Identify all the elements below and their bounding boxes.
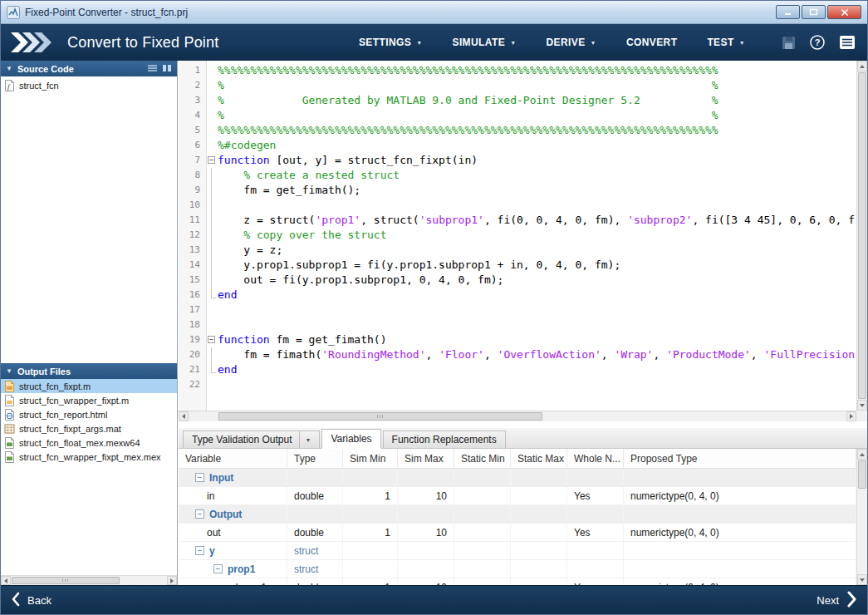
cell bbox=[567, 542, 624, 559]
table-group-row[interactable]: −prop1struct bbox=[179, 560, 856, 578]
output-file-item[interactable]: struct_fcn_report.html bbox=[1, 407, 177, 421]
minimize-button[interactable] bbox=[776, 5, 800, 19]
table-row[interactable]: subprop1double110Yesnumerictype(0, 4, 0) bbox=[179, 578, 856, 585]
scroll-down-icon[interactable] bbox=[857, 574, 867, 585]
output-file-item[interactable]: struct_fcn_float_mex.mexw64 bbox=[1, 435, 177, 450]
title-bar[interactable]: Fixed-Point Converter - struct_fcn.prj bbox=[1, 1, 867, 24]
output-file-item[interactable]: struct_fcn_fixpt.m bbox=[1, 379, 177, 393]
scroll-right-icon[interactable] bbox=[846, 411, 856, 421]
scroll-down-icon[interactable] bbox=[857, 400, 867, 411]
help-icon[interactable]: ? bbox=[809, 34, 826, 51]
menu-test[interactable]: TEST▼ bbox=[707, 37, 745, 48]
collapse-icon[interactable]: − bbox=[208, 336, 215, 343]
scroll-left-icon[interactable] bbox=[179, 411, 189, 421]
list-view-icon[interactable] bbox=[147, 64, 158, 74]
output-file-item[interactable]: struct_fcn_wrapper_fixpt.m bbox=[1, 393, 177, 407]
menu-derive[interactable]: DERIVE▼ bbox=[546, 37, 596, 48]
sidebar-h-scrollbar[interactable] bbox=[1, 575, 177, 585]
scroll-up-icon[interactable] bbox=[857, 449, 867, 460]
scroll-left-icon[interactable] bbox=[1, 576, 11, 585]
collapse-toggle-icon[interactable]: − bbox=[195, 509, 204, 519]
column-view-icon[interactable] bbox=[162, 64, 172, 74]
back-button[interactable]: Back bbox=[11, 592, 51, 609]
menu-convert[interactable]: CONVERT bbox=[626, 37, 677, 48]
collapse-toggle-icon[interactable]: − bbox=[213, 564, 223, 573]
scroll-track[interactable] bbox=[857, 71, 867, 400]
collapse-icon[interactable]: − bbox=[208, 156, 215, 164]
collapse-toggle-icon[interactable]: − bbox=[195, 546, 204, 555]
code-text[interactable]: %%%%%%%%%%%%%%%%%%%%%%%%%%%%%%%%%%%%%%%%… bbox=[218, 123, 856, 138]
table-group-row[interactable]: −ystruct bbox=[179, 542, 856, 560]
menu-icon[interactable] bbox=[839, 35, 856, 50]
tab-function-replacements[interactable]: Function Replacements bbox=[383, 430, 506, 448]
group-label: Output bbox=[209, 509, 242, 520]
column-header[interactable]: Sim Min bbox=[343, 449, 398, 468]
code-text[interactable] bbox=[218, 317, 856, 332]
column-header[interactable]: Static Min bbox=[454, 449, 511, 468]
table-group-row[interactable]: −Input bbox=[179, 469, 856, 487]
code-text[interactable]: out = fi(y.prop1.subprop1, 0, 4, 0, fm); bbox=[218, 273, 856, 288]
code-text[interactable]: % % bbox=[218, 108, 856, 123]
next-button[interactable]: Next bbox=[817, 591, 857, 610]
code-text[interactable]: % copy over the struct bbox=[218, 228, 856, 243]
tab-variables[interactable]: Variables bbox=[321, 429, 380, 449]
output-file-item[interactable]: struct_fcn_wrapper_fixpt_mex.mex bbox=[1, 450, 177, 464]
scroll-thumb[interactable] bbox=[218, 412, 542, 421]
output-files-header[interactable]: ▼ Output Files bbox=[1, 363, 177, 379]
code-text[interactable]: % create a nested struct bbox=[218, 168, 856, 183]
output-file-item[interactable]: struct_fcn_fixpt_args.mat bbox=[1, 421, 177, 435]
matlab-file-icon bbox=[4, 381, 15, 392]
code-text[interactable]: z = struct('prop1', struct('subprop1', f… bbox=[218, 213, 856, 228]
code-text[interactable]: % Generated by MATLAB 9.0 and Fixed-Poin… bbox=[218, 93, 856, 108]
column-header[interactable]: Proposed Type bbox=[624, 449, 856, 468]
cell: out bbox=[179, 524, 287, 541]
save-icon[interactable] bbox=[782, 36, 796, 50]
code-text[interactable]: fm = fimath('RoundingMethod', 'Floor', '… bbox=[218, 347, 856, 362]
editor-h-scrollbar[interactable] bbox=[179, 411, 856, 421]
code-text[interactable]: %#codegen bbox=[218, 138, 856, 153]
scroll-track[interactable] bbox=[189, 411, 846, 421]
scroll-right-icon[interactable] bbox=[167, 576, 177, 585]
code-text[interactable]: % % bbox=[218, 78, 856, 93]
code-text[interactable] bbox=[218, 198, 856, 213]
cell: Yes bbox=[567, 578, 624, 585]
scroll-thumb[interactable] bbox=[858, 72, 866, 399]
column-header[interactable]: Variable bbox=[179, 449, 287, 468]
table-row[interactable]: outdouble110Yesnumerictype(0, 4, 0) bbox=[179, 524, 856, 542]
column-header[interactable]: Static Max bbox=[511, 449, 567, 468]
scroll-track[interactable] bbox=[857, 460, 867, 574]
column-header[interactable]: Type bbox=[287, 449, 343, 468]
code-text[interactable]: fm = get_fimath(); bbox=[218, 183, 856, 198]
scroll-track[interactable] bbox=[11, 576, 167, 585]
scroll-thumb[interactable] bbox=[12, 577, 120, 584]
code-text[interactable]: %%%%%%%%%%%%%%%%%%%%%%%%%%%%%%%%%%%%%%%%… bbox=[218, 63, 856, 78]
code-text[interactable]: end bbox=[218, 362, 856, 377]
table-row[interactable]: indouble110Yesnumerictype(0, 4, 0) bbox=[179, 487, 856, 505]
close-button[interactable] bbox=[827, 5, 861, 19]
code-editor[interactable]: 1%%%%%%%%%%%%%%%%%%%%%%%%%%%%%%%%%%%%%%%… bbox=[179, 61, 867, 411]
table-group-row[interactable]: −Output bbox=[179, 505, 856, 524]
scroll-thumb[interactable] bbox=[858, 460, 866, 489]
source-code-header[interactable]: ▼ Source Code bbox=[1, 61, 177, 76]
table-v-scrollbar[interactable] bbox=[856, 449, 867, 585]
scroll-up-icon[interactable] bbox=[857, 61, 867, 71]
source-file-item[interactable]: fstruct_fcn bbox=[1, 78, 177, 92]
menu-settings[interactable]: SETTINGS▼ bbox=[359, 37, 423, 48]
maximize-button[interactable] bbox=[802, 5, 826, 19]
code-text[interactable]: y.prop1.subprop1 = fi(y.prop1.subprop1 +… bbox=[218, 258, 856, 273]
collapse-toggle-icon[interactable]: − bbox=[195, 473, 204, 482]
menu-simulate[interactable]: SIMULATE▼ bbox=[452, 37, 516, 48]
code-text[interactable]: y = z; bbox=[218, 243, 856, 258]
code-text[interactable] bbox=[218, 377, 856, 392]
column-header[interactable]: Sim Max bbox=[398, 449, 454, 468]
code-text[interactable] bbox=[218, 303, 856, 317]
line-number: 20 bbox=[179, 347, 206, 362]
code-text[interactable]: end bbox=[218, 288, 856, 303]
editor-v-scrollbar[interactable] bbox=[856, 61, 867, 411]
column-header[interactable]: Whole N... bbox=[567, 449, 624, 468]
tab-type-validation-output[interactable]: Type Validation Output▼ bbox=[183, 430, 320, 448]
code-area[interactable]: 1%%%%%%%%%%%%%%%%%%%%%%%%%%%%%%%%%%%%%%%… bbox=[179, 61, 856, 411]
code-text[interactable]: function [out, y] = struct_fcn_fixpt(in) bbox=[218, 153, 856, 168]
cell bbox=[454, 505, 511, 523]
code-text[interactable]: function fm = get_fimath() bbox=[218, 332, 856, 347]
